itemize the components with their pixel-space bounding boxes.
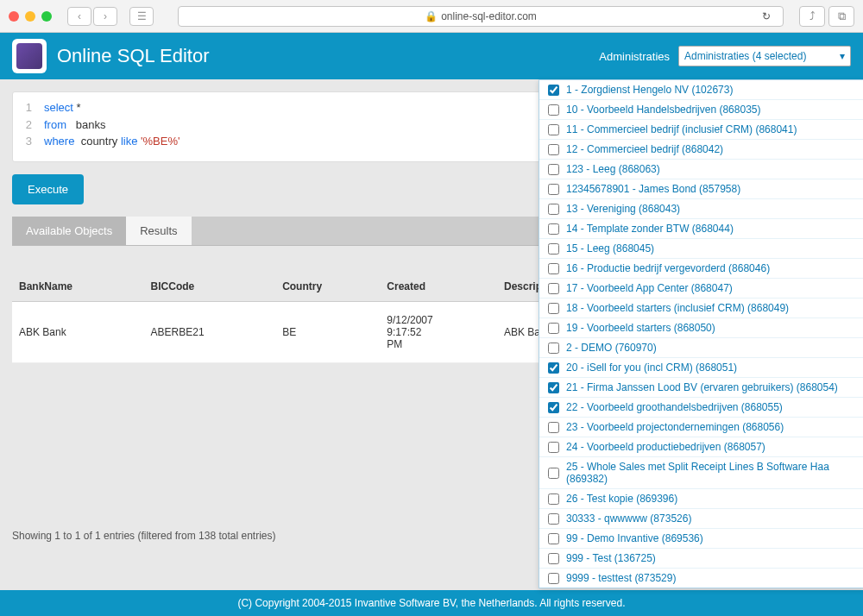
- dropdown-item-label: 30333 - qwwwww (873526): [566, 512, 691, 525]
- browser-right-buttons: ⤴ ⧉: [799, 6, 854, 27]
- dropdown-item[interactable]: 20 - iSell for you (incl CRM) (868051): [539, 358, 863, 378]
- dropdown-checkbox[interactable]: [548, 493, 559, 505]
- admin-dropdown-panel: 1 - Zorgdienst Hengelo NV (102673)10 - V…: [539, 79, 863, 588]
- dropdown-item-label: 123 - Leeg (868063): [566, 163, 660, 175]
- dropdown-item-label: 17 - Voorbeeld App Center (868047): [566, 282, 733, 294]
- back-button[interactable]: ‹: [67, 7, 91, 26]
- dropdown-checkbox[interactable]: [548, 144, 559, 155]
- dropdown-item-label: 18 - Voorbeeld starters (inclusief CRM) …: [566, 302, 789, 314]
- tabs-button[interactable]: ⧉: [828, 6, 854, 27]
- dropdown-item[interactable]: 21 - Firma Janssen Lood BV (ervaren gebr…: [539, 378, 863, 398]
- col-bankname[interactable]: BankName: [12, 272, 144, 302]
- admin-select[interactable]: Administraties (4 selected) ▾: [678, 46, 851, 66]
- dropdown-checkbox[interactable]: [548, 85, 559, 96]
- dropdown-item[interactable]: 22 - Voorbeeld groothandelsbedrijven (86…: [539, 398, 863, 418]
- dropdown-checkbox[interactable]: [548, 573, 559, 584]
- dropdown-checkbox[interactable]: [548, 184, 559, 195]
- dropdown-item-label: 22 - Voorbeeld groothandelsbedrijven (86…: [566, 401, 783, 413]
- dropdown-item-label: 25 - Whole Sales met Split Receipt Lines…: [566, 461, 855, 485]
- cell-biccode: ABERBE21: [144, 302, 276, 363]
- sidebar-button[interactable]: ☰: [129, 7, 154, 26]
- tab-results[interactable]: Results: [126, 217, 191, 245]
- dropdown-item-label: 999 - Test (136725): [566, 552, 656, 564]
- dropdown-checkbox[interactable]: [548, 223, 559, 235]
- dropdown-item[interactable]: 99 - Demo Invantive (869536): [539, 529, 863, 549]
- dropdown-checkbox[interactable]: [548, 263, 559, 274]
- share-button[interactable]: ⤴: [799, 6, 825, 27]
- line-number: 2: [23, 116, 32, 134]
- dropdown-item-label: 23 - Voorbeeld projectondernemingen (868…: [566, 421, 784, 433]
- dropdown-checkbox[interactable]: [548, 402, 559, 413]
- dropdown-checkbox[interactable]: [548, 362, 559, 374]
- dropdown-item-label: 24 - Voorbeeld productiebedrijven (86805…: [566, 441, 765, 453]
- forward-button[interactable]: ›: [93, 7, 117, 26]
- dropdown-item-label: 19 - Voorbeeld starters (868050): [566, 322, 715, 334]
- dropdown-item-label: 26 - Test kopie (869396): [566, 493, 677, 505]
- dropdown-item[interactable]: 18 - Voorbeeld starters (inclusief CRM) …: [539, 299, 863, 318]
- dropdown-item-label: 15 - Leeg (868045): [566, 242, 654, 255]
- lock-icon: 🔒: [425, 10, 438, 22]
- nav-buttons: ‹ ›: [67, 7, 117, 26]
- url-text: online-sql-editor.com: [441, 10, 537, 22]
- dropdown-checkbox[interactable]: [548, 343, 559, 354]
- maximize-window-icon[interactable]: [41, 11, 52, 22]
- url-bar[interactable]: 🔒 online-sql-editor.com ↻: [178, 6, 784, 27]
- dropdown-item[interactable]: 12 - Commercieel bedrijf (868042): [539, 140, 863, 160]
- dropdown-checkbox[interactable]: [548, 243, 559, 255]
- dropdown-checkbox[interactable]: [548, 303, 559, 314]
- app-title: Online SQL Editor: [57, 45, 210, 67]
- app-logo: [12, 39, 47, 73]
- refresh-icon[interactable]: ↻: [757, 10, 776, 22]
- dropdown-checkbox[interactable]: [548, 104, 559, 116]
- dropdown-item-label: 14 - Template zonder BTW (868044): [566, 223, 734, 235]
- dropdown-checkbox[interactable]: [548, 323, 559, 334]
- tab-available-objects[interactable]: Available Objects: [12, 217, 126, 245]
- dropdown-checkbox[interactable]: [548, 164, 559, 175]
- dropdown-item[interactable]: 14 - Template zonder BTW (868044): [539, 219, 863, 239]
- dropdown-checkbox[interactable]: [548, 382, 559, 393]
- dropdown-item[interactable]: 30333 - qwwwww (873526): [539, 509, 863, 529]
- dropdown-item[interactable]: 16 - Productie bedrijf vergevorderd (868…: [539, 259, 863, 279]
- dropdown-checkbox[interactable]: [548, 553, 559, 564]
- close-window-icon[interactable]: [9, 11, 19, 22]
- dropdown-checkbox[interactable]: [548, 422, 559, 433]
- col-created[interactable]: Created: [380, 272, 497, 302]
- dropdown-item[interactable]: 11 - Commercieel bedrijf (inclusief CRM)…: [539, 120, 863, 140]
- dropdown-item[interactable]: 1 - Zorgdienst Hengelo NV (102673): [539, 80, 863, 100]
- chevron-down-icon: ▾: [840, 50, 845, 62]
- dropdown-item[interactable]: 23 - Voorbeeld projectondernemingen (868…: [539, 418, 863, 437]
- admin-label: Administraties: [599, 50, 670, 63]
- dropdown-item[interactable]: 2 - DEMO (760970): [539, 338, 863, 358]
- col-country[interactable]: Country: [275, 272, 380, 302]
- dropdown-checkbox[interactable]: [548, 533, 559, 544]
- dropdown-item-label: 20 - iSell for you (incl CRM) (868051): [566, 361, 737, 374]
- dropdown-item[interactable]: 15 - Leeg (868045): [539, 239, 863, 259]
- dropdown-item-label: 10 - Voorbeeld Handelsbedrijven (868035): [566, 104, 761, 116]
- execute-button[interactable]: Execute: [12, 174, 84, 204]
- dropdown-item[interactable]: 9999 - testtest (873529): [539, 569, 863, 588]
- browser-chrome: ‹ › ☰ 🔒 online-sql-editor.com ↻ ⤴ ⧉: [0, 0, 863, 33]
- dropdown-item[interactable]: 19 - Voorbeeld starters (868050): [539, 318, 863, 338]
- dropdown-checkbox[interactable]: [548, 468, 559, 479]
- dropdown-item-label: 9999 - testtest (873529): [566, 572, 676, 584]
- dropdown-checkbox[interactable]: [548, 442, 559, 453]
- dropdown-item-label: 16 - Productie bedrijf vergevorderd (868…: [566, 262, 770, 274]
- footer: (C) Copyright 2004-2015 Invantive Softwa…: [0, 590, 863, 616]
- dropdown-item[interactable]: 123 - Leeg (868063): [539, 160, 863, 179]
- col-biccode[interactable]: BICCode: [144, 272, 276, 302]
- minimize-window-icon[interactable]: [25, 11, 35, 22]
- dropdown-item[interactable]: 10 - Voorbeeld Handelsbedrijven (868035): [539, 100, 863, 120]
- dropdown-item[interactable]: 999 - Test (136725): [539, 549, 863, 569]
- dropdown-checkbox[interactable]: [548, 124, 559, 135]
- dropdown-checkbox[interactable]: [548, 283, 559, 294]
- dropdown-checkbox[interactable]: [548, 204, 559, 215]
- dropdown-checkbox[interactable]: [548, 513, 559, 525]
- dropdown-item[interactable]: 17 - Voorbeeld App Center (868047): [539, 279, 863, 299]
- dropdown-item[interactable]: 12345678901 - James Bond (857958): [539, 179, 863, 199]
- dropdown-item[interactable]: 24 - Voorbeeld productiebedrijven (86805…: [539, 437, 863, 457]
- cell-country: BE: [275, 302, 380, 363]
- dropdown-item[interactable]: 26 - Test kopie (869396): [539, 489, 863, 509]
- dropdown-item[interactable]: 25 - Whole Sales met Split Receipt Lines…: [539, 457, 863, 489]
- header-right: Administraties Administraties (4 selecte…: [599, 46, 851, 66]
- dropdown-item[interactable]: 13 - Vereniging (868043): [539, 199, 863, 219]
